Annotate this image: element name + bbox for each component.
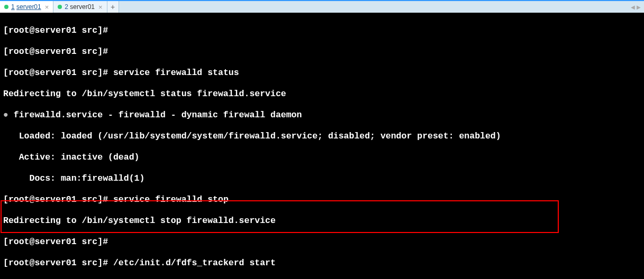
terminal-line: [root@server01 src]# — [3, 46, 641, 57]
terminal-line: [root@server01 src]# — [3, 237, 641, 247]
terminal-line: [root@server01 src]# — [3, 25, 641, 36]
terminal-line: ● firewalld.service - firewalld - dynami… — [3, 110, 641, 120]
tab-number: 2 — [65, 3, 68, 11]
tab-number: 1 — [11, 3, 15, 11]
terminal-line: Active: inactive (dead) — [3, 152, 641, 163]
terminal-line: Docs: man:firewalld(1) — [3, 173, 641, 184]
status-dot-icon — [4, 5, 8, 9]
terminal-line: Loaded: loaded (/usr/lib/systemd/system/… — [3, 131, 641, 142]
tab-2[interactable]: 2 server01 × — [53, 1, 107, 13]
tab-title: server01 — [16, 3, 41, 11]
close-icon[interactable]: × — [98, 3, 103, 11]
terminal-line: [root@server01 src]# service firewalld s… — [3, 194, 641, 205]
terminal-line: [root@server01 src]# /etc/init.d/fdfs_tr… — [3, 258, 641, 268]
add-tab-button[interactable]: + — [107, 1, 119, 13]
tab-bar: 1 server01 × 2 server01 × + ◀ ▶ — [0, 0, 644, 13]
close-icon[interactable]: × — [45, 3, 49, 11]
terminal-line: [root@server01 src]# service firewalld s… — [3, 68, 641, 78]
tab-title: server01 — [70, 3, 95, 11]
tab-1[interactable]: 1 server01 × — [0, 1, 53, 13]
terminal-line: Redirecting to /bin/systemctl stop firew… — [3, 216, 641, 226]
tab-scroll-arrows[interactable]: ◀ ▶ — [631, 1, 644, 13]
bullet-icon: ● — [3, 110, 8, 120]
status-dot-icon — [58, 5, 62, 9]
terminal-output[interactable]: [root@server01 src]# [root@server01 src]… — [0, 13, 644, 279]
terminal-line: Redirecting to /bin/systemctl status fir… — [3, 89, 641, 99]
